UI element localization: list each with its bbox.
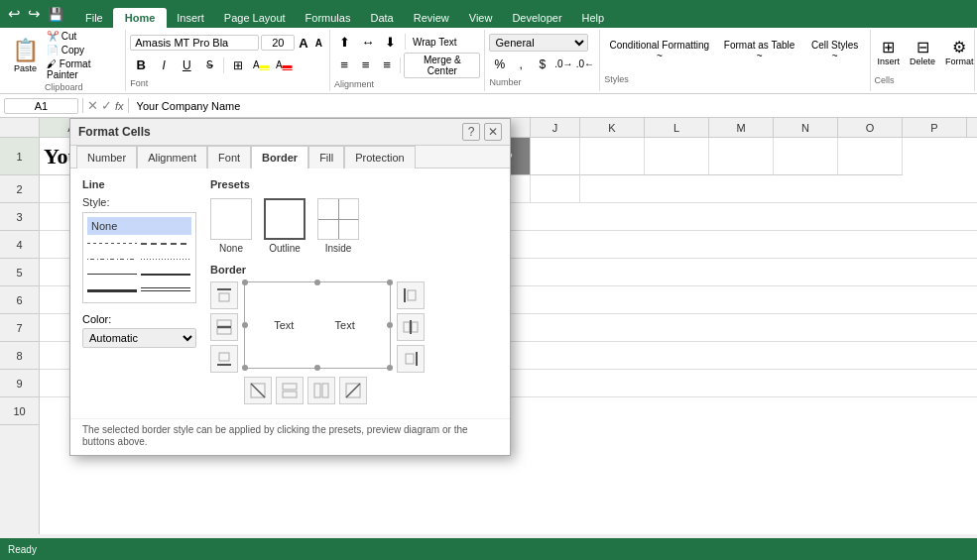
border-inner-h-btn[interactable] <box>276 377 304 404</box>
cell-styles-btn[interactable]: Cell Styles ~ <box>804 37 866 64</box>
col-header-j[interactable]: J <box>531 118 580 137</box>
preset-inside[interactable]: Inside <box>317 198 359 254</box>
border-middle-v-btn[interactable] <box>397 313 425 341</box>
col-header-n[interactable]: N <box>774 118 838 137</box>
cell-l1[interactable] <box>645 138 709 175</box>
style-solid-thick[interactable] <box>87 289 137 292</box>
dialog-tab-number[interactable]: Number <box>76 146 137 168</box>
formula-fx-icon[interactable]: fx <box>115 100 124 112</box>
undo-btn[interactable]: ↩ <box>6 3 23 25</box>
border-right-btn[interactable] <box>397 345 425 373</box>
font-color-btn[interactable]: A▬ <box>273 56 295 75</box>
border-left-btn[interactable] <box>397 281 425 309</box>
decrease-font-btn[interactable]: A <box>312 33 325 53</box>
tab-view[interactable]: View <box>459 8 503 28</box>
redo-btn[interactable]: ↪ <box>26 3 43 25</box>
copy-btn[interactable]: 📄 Copy <box>45 44 119 56</box>
cell-n1[interactable] <box>774 138 838 175</box>
cell-k1[interactable] <box>580 138 645 175</box>
font-size-input[interactable] <box>261 35 295 51</box>
cell-o1[interactable] <box>838 138 903 175</box>
dialog-tab-alignment[interactable]: Alignment <box>137 146 207 168</box>
bold-btn[interactable]: B <box>130 56 152 75</box>
border-diag-down-btn[interactable] <box>244 377 272 404</box>
comma-btn[interactable]: , <box>511 55 532 74</box>
wrap-text-btn[interactable]: Wrap Text <box>409 35 461 50</box>
tab-insert[interactable]: Insert <box>167 8 214 28</box>
style-double[interactable] <box>141 287 190 291</box>
border-preview[interactable]: Text Text <box>244 281 391 369</box>
align-left-btn[interactable]: ≡ <box>334 56 354 75</box>
number-format-select[interactable]: General <box>489 34 588 52</box>
tab-formulas[interactable]: Formulas <box>296 8 361 28</box>
cell-reference-input[interactable] <box>4 98 78 114</box>
row-header-5[interactable]: 5 <box>0 259 39 286</box>
format-cells-btn[interactable]: ⚙ Format <box>942 36 977 68</box>
border-inner-v-btn[interactable] <box>307 377 335 404</box>
tab-developer[interactable]: Developer <box>502 8 571 28</box>
col-header-o[interactable]: O <box>838 118 903 137</box>
border-top-btn[interactable] <box>210 281 238 309</box>
insert-cells-btn[interactable]: ⊞ Insert <box>875 36 904 68</box>
col-header-k[interactable]: K <box>580 118 645 137</box>
cell-j1[interactable] <box>531 138 580 175</box>
align-bottom-btn[interactable]: ⬇ <box>380 32 402 52</box>
align-center-btn[interactable]: ≡ <box>355 56 375 75</box>
row-header-2[interactable]: 2 <box>0 175 39 203</box>
preset-none[interactable]: None <box>210 198 252 254</box>
align-right-btn[interactable]: ≡ <box>377 56 397 75</box>
preset-outline[interactable]: Outline <box>264 198 305 254</box>
dollar-btn[interactable]: $ <box>533 55 553 74</box>
color-select[interactable]: Automatic <box>82 328 196 348</box>
border-bottom-btn[interactable] <box>210 345 238 373</box>
style-solid-med[interactable] <box>141 274 190 276</box>
row-header-8[interactable]: 8 <box>0 342 39 370</box>
align-top-btn[interactable]: ⬆ <box>334 32 356 52</box>
border-diag-up-btn[interactable] <box>339 377 367 404</box>
decrease-decimal-btn[interactable]: .0← <box>575 55 596 74</box>
tab-page-layout[interactable]: Page Layout <box>214 8 296 28</box>
row-header-1[interactable]: 1 <box>0 138 39 175</box>
percent-btn[interactable]: % <box>489 55 510 74</box>
tab-home[interactable]: Home <box>113 8 168 28</box>
col-header-p[interactable]: P <box>903 118 967 137</box>
tab-review[interactable]: Review <box>404 8 459 28</box>
style-dashed-thin[interactable] <box>87 243 137 244</box>
style-solid-thin[interactable] <box>87 274 137 275</box>
fill-color-btn[interactable]: A▬ <box>250 56 272 75</box>
tab-help[interactable]: Help <box>572 8 615 28</box>
format-painter-btn[interactable]: 🖌 Format Painter <box>45 57 119 81</box>
cell-m1[interactable] <box>709 138 774 175</box>
dialog-tab-protection[interactable]: Protection <box>344 146 416 168</box>
underline-btn[interactable]: U <box>176 56 197 75</box>
save-btn[interactable]: 💾 <box>46 5 65 24</box>
tab-data[interactable]: Data <box>360 8 403 28</box>
dialog-tab-border[interactable]: Border <box>251 146 308 168</box>
col-header-m[interactable]: M <box>709 118 774 137</box>
row-header-7[interactable]: 7 <box>0 314 39 342</box>
formula-cancel-icon[interactable]: ✕ <box>87 98 98 113</box>
conditional-formatting-btn[interactable]: Conditional Formatting ~ <box>604 37 714 64</box>
dialog-help-btn[interactable]: ? <box>462 123 480 141</box>
strikethrough-btn[interactable]: S̶ <box>198 56 220 75</box>
italic-btn[interactable]: I <box>153 56 175 75</box>
dialog-close-btn[interactable]: ✕ <box>484 123 502 141</box>
formula-confirm-icon[interactable]: ✓ <box>101 98 112 113</box>
row-header-6[interactable]: 6 <box>0 286 39 314</box>
paste-btn[interactable]: 📋 Paste <box>8 36 43 75</box>
row-header-9[interactable]: 9 <box>0 370 39 397</box>
delete-cells-btn[interactable]: ⊟ Delete <box>907 36 938 68</box>
cut-btn[interactable]: ✂️ Cut <box>45 30 119 43</box>
formula-input[interactable] <box>133 99 973 113</box>
increase-decimal-btn[interactable]: .0→ <box>553 55 574 74</box>
tab-file[interactable]: File <box>75 8 113 28</box>
border-btn[interactable]: ⊞ <box>227 56 249 75</box>
row-header-3[interactable]: 3 <box>0 203 39 231</box>
row-header-4[interactable]: 4 <box>0 231 39 259</box>
align-middle-btn[interactable]: ↔ <box>357 32 379 52</box>
merge-center-btn[interactable]: Merge & Center <box>404 53 480 78</box>
dialog-tab-font[interactable]: Font <box>207 146 251 168</box>
style-dashed-thick[interactable] <box>141 243 190 245</box>
font-name-input[interactable] <box>130 35 259 51</box>
increase-font-btn[interactable]: A <box>297 33 309 53</box>
